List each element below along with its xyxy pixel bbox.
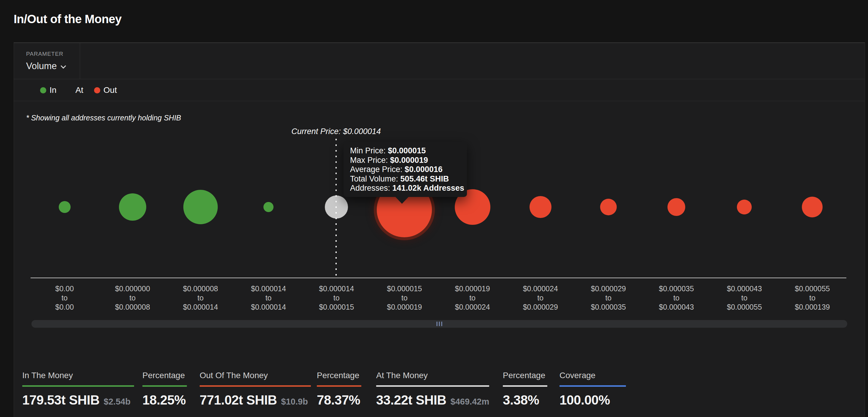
tooltip-row: Total Volume: 505.46t SHIB — [350, 174, 462, 184]
legend-item-out[interactable]: Out — [94, 86, 117, 95]
stat-underline — [22, 385, 134, 387]
chevron-down-icon — [61, 63, 66, 68]
stat-at-the-money: At The Money33.22t SHIB$469.42m — [376, 371, 489, 408]
page-title: In/Out of the Money — [13, 12, 122, 26]
stat-label: Percentage — [503, 371, 547, 380]
axis-tick-label-8: $0.000029to$0.000035 — [574, 284, 642, 312]
legend-dot-out — [94, 87, 100, 93]
bubble-in-2[interactable] — [183, 190, 218, 224]
axis-tick-label-11: $0.000055to$0.000139 — [778, 284, 846, 312]
stat-value: 33.22t SHIB — [376, 393, 446, 408]
tooltip-row: Addresses: 141.02k Addresses — [350, 184, 462, 193]
stat-label: Out Of The Money — [199, 371, 311, 380]
legend-item-in[interactable]: In — [40, 86, 56, 95]
axis-tick-label-0: $0.00to$0.00 — [31, 284, 98, 312]
tooltip-row: Average Price: $0.000016 — [350, 165, 462, 174]
in-out-money-widget: In/Out of the Money PARAMETER Volume InA… — [0, 0, 868, 417]
parameter-label: PARAMETER — [26, 51, 80, 57]
stat-in-the-money: In The Money179.53t SHIB$2.54b — [22, 371, 134, 408]
stat-subvalue: $2.54b — [104, 397, 130, 407]
stat-value: 78.37% — [317, 393, 360, 408]
legend-label: At — [75, 86, 83, 95]
legend-item-at[interactable]: At — [75, 86, 83, 95]
stat-label: Percentage — [143, 371, 187, 380]
stat-underline — [559, 385, 626, 387]
x-axis-line — [31, 278, 846, 278]
scrollbar-grip-icon[interactable] — [437, 322, 442, 326]
tooltip: Min Price: $0.000015Max Price: $0.000019… — [343, 142, 467, 197]
axis-tick-label-4: $0.000014to$0.000015 — [303, 284, 371, 312]
stat-underline — [376, 385, 489, 387]
chart-note: * Showing all addresses currently holdin… — [26, 114, 181, 122]
stat-underline — [199, 385, 311, 387]
toolbar-row — [80, 43, 865, 79]
stat-label: Percentage — [317, 371, 361, 380]
stat-subvalue: $10.9b — [281, 397, 308, 407]
axis-tick-label-10: $0.000043to$0.000055 — [711, 284, 778, 312]
stats-row: In The Money179.53t SHIB$2.54bPercentage… — [22, 371, 626, 408]
stat-value: 18.25% — [143, 393, 186, 408]
axis-tick-label-1: $0.000000to$0.000008 — [98, 284, 166, 312]
stat-label: Coverage — [559, 371, 626, 380]
tooltip-row: Min Price: $0.000015 — [350, 146, 462, 156]
legend-dot-in — [40, 87, 46, 93]
stat-value: 100.00% — [559, 393, 610, 408]
bubble-out-11[interactable] — [802, 197, 823, 217]
axis-tick-label-5: $0.000015to$0.000019 — [371, 284, 438, 312]
stat-out-of-the-money: Out Of The Money771.02t SHIB$10.9b — [199, 371, 311, 408]
axis-tick-label-2: $0.000008to$0.000014 — [166, 284, 235, 312]
bubble-out-7[interactable] — [529, 196, 552, 218]
current-price-label: Current Price: $0.000014 — [247, 127, 425, 136]
stat-label: At The Money — [376, 371, 489, 380]
tooltip-row: Max Price: $0.000019 — [350, 156, 462, 165]
bubble-out-9[interactable] — [668, 198, 685, 216]
legend-label: Out — [103, 86, 117, 95]
bubble-in-3[interactable] — [264, 202, 274, 212]
stat-underline — [143, 385, 187, 387]
stat-percentage: Percentage18.25% — [143, 371, 187, 408]
legend: InAtOut — [14, 79, 865, 101]
stat-percentage: Percentage78.37% — [317, 371, 361, 408]
horizontal-scrollbar[interactable] — [31, 320, 847, 328]
stat-value: 179.53t SHIB — [22, 393, 100, 408]
stat-value: 771.02t SHIB — [199, 393, 277, 408]
axis-tick-label-7: $0.000024to$0.000029 — [506, 284, 574, 312]
legend-label: In — [50, 86, 56, 95]
current-price-line — [336, 139, 337, 278]
stat-underline — [503, 385, 547, 387]
stat-subvalue: $469.42m — [451, 397, 490, 407]
bubble-out-8[interactable] — [600, 199, 617, 215]
parameter-cell: PARAMETER Volume — [13, 43, 80, 79]
stat-underline — [317, 385, 361, 387]
bubble-in-1[interactable] — [119, 193, 146, 221]
axis-tick-label-9: $0.000035to$0.000043 — [643, 284, 711, 312]
stat-value: 3.38% — [503, 393, 539, 408]
stat-coverage: Coverage100.00% — [559, 371, 626, 408]
bubble-out-10[interactable] — [737, 200, 752, 215]
parameter-dropdown[interactable]: Volume — [26, 61, 80, 71]
bubble-in-0[interactable] — [59, 201, 71, 213]
axis-tick-label-3: $0.000014to$0.000014 — [235, 284, 303, 312]
axis-tick-label-6: $0.000019to$0.000024 — [438, 284, 506, 312]
parameter-value: Volume — [26, 61, 57, 71]
stat-label: In The Money — [22, 371, 134, 380]
stat-percentage: Percentage3.38% — [503, 371, 547, 408]
